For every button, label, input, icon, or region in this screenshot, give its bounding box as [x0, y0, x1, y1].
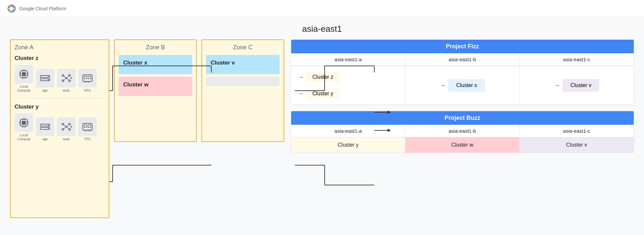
- svg-line-78: [67, 124, 69, 126]
- project-buzz-header: Project Buzz: [291, 111, 634, 125]
- fizz-zone-b: asia-east1-b: [405, 53, 520, 66]
- compute-icon-item: LocalCompute: [15, 65, 33, 93]
- fizz-cluster-v-label: Cluster v: [563, 79, 599, 92]
- cluster-y-label: Cluster y: [15, 104, 105, 110]
- cluster-y-icons: LocalCompute age: [15, 114, 105, 141]
- buzz-zone-a: asia-east1-a: [291, 125, 405, 137]
- svg-point-70: [48, 125, 49, 126]
- cluster-y: Cluster y: [15, 104, 105, 141]
- svg-rect-50: [88, 76, 91, 79]
- main-content: asia-east1: [0, 17, 644, 235]
- fizz-cluster-y-row: → Cluster y: [298, 87, 399, 101]
- gpu-icon-item: GPU: [78, 69, 97, 93]
- network-icon-box: [57, 69, 76, 87]
- tpu-icon-label: TPU: [84, 137, 91, 141]
- tpu-icon: [81, 121, 93, 133]
- fizz-col-c: → Cluster v: [519, 66, 634, 105]
- region-title: asia-east1: [10, 24, 634, 34]
- cpu-y-icon: [18, 117, 30, 129]
- gpu-icon-label: GPU: [84, 89, 91, 93]
- network-y-icon-item: work: [57, 118, 76, 141]
- cluster-z-icons: LocalCompute age: [15, 65, 105, 93]
- zone-a: Zone A Cluster z: [10, 39, 109, 218]
- right-panel: Project Fizz asia-east1-a asia-east1-b a…: [291, 39, 634, 153]
- network-icon-label: work: [63, 89, 70, 93]
- svg-line-77: [64, 124, 66, 126]
- fizz-content: asia-east1-a asia-east1-b asia-east1-c →…: [291, 53, 634, 105]
- network-y-icon-label: work: [63, 137, 70, 141]
- cluster-v: Cluster v: [206, 55, 280, 74]
- compute-y-icon-box: [15, 114, 33, 132]
- fizz-col-b: → Cluster x: [405, 66, 520, 105]
- compute-icon-label: LocalCompute: [17, 85, 31, 93]
- fizz-cluster-x-label: Cluster x: [448, 79, 485, 92]
- buzz-zone-c: asia-east1-c: [519, 125, 634, 137]
- svg-marker-82: [71, 126, 72, 128]
- storage-icon-item: age: [36, 69, 54, 93]
- svg-line-45: [67, 78, 69, 80]
- arrow-to-x: →: [440, 82, 446, 89]
- arrow-z: →: [298, 74, 304, 81]
- svg-line-80: [67, 127, 69, 129]
- arrow-to-v: →: [554, 82, 560, 89]
- svg-line-42: [64, 76, 66, 78]
- svg-rect-55: [22, 121, 26, 125]
- gcp-logo-label: Google Cloud Platform: [19, 6, 66, 11]
- storage-y-icon-item: age: [36, 118, 54, 141]
- fizz-zone-c: asia-east1-c: [519, 53, 634, 66]
- buzz-content: asia-east1-a asia-east1-b asia-east1-c C…: [291, 125, 634, 153]
- network-icon-item: work: [57, 69, 76, 93]
- fizz-zone-a: asia-east1-a: [291, 53, 405, 66]
- storage-icon-label: age: [42, 89, 48, 93]
- cpu-icon: [18, 68, 30, 80]
- svg-point-35: [48, 76, 49, 77]
- fizz-cluster-z-row: → Cluster z: [298, 70, 399, 84]
- cluster-z: Cluster z: [15, 55, 105, 93]
- zone-b: Zone B Cluster x Cluster w: [114, 39, 197, 142]
- svg-line-79: [64, 127, 66, 129]
- buzz-zones-header: asia-east1-a asia-east1-b asia-east1-c: [291, 125, 634, 137]
- fizz-cluster-y-label: Cluster y: [306, 89, 339, 99]
- network-y-icon-box: [57, 118, 76, 136]
- buzz-cluster-v: Cluster v: [519, 137, 634, 153]
- compute-y-icon-label: LocalCompute: [17, 133, 31, 141]
- storage-y-icon-label: age: [42, 137, 48, 141]
- cluster-v2: [206, 77, 280, 86]
- compute-y-icon-item: LocalCompute: [15, 114, 33, 141]
- cluster-x: Cluster x: [119, 55, 192, 74]
- svg-rect-49: [84, 76, 87, 79]
- buzz-zone-b: asia-east1-b: [405, 125, 520, 137]
- left-panel: Zone A Cluster z: [10, 39, 284, 218]
- svg-line-44: [64, 78, 66, 80]
- zone-c: Zone C Cluster v: [201, 39, 284, 142]
- network-icon: [60, 72, 72, 84]
- compute-icon-box: [15, 65, 33, 83]
- cluster-z-label: Cluster z: [15, 55, 105, 62]
- cluster-w: Cluster w: [119, 77, 192, 96]
- svg-rect-20: [22, 72, 26, 76]
- gcp-logo: Google Cloud Platform: [7, 4, 66, 14]
- zone-b-label: Zone B: [119, 44, 192, 51]
- cluster-x-label: Cluster x: [123, 60, 188, 66]
- svg-rect-85: [88, 125, 91, 127]
- fizz-col-a: → Cluster z → Cluster y: [291, 66, 405, 105]
- project-fizz: Project Fizz asia-east1-a asia-east1-b a…: [291, 39, 634, 105]
- cluster-v-label: Cluster v: [211, 60, 275, 66]
- svg-rect-84: [84, 125, 87, 127]
- arrow-y: →: [298, 90, 304, 97]
- storage-icon-box: [36, 69, 54, 87]
- tpu-icon-item: TPU: [78, 118, 97, 141]
- gcp-logo-icon: [7, 4, 17, 14]
- svg-point-71: [48, 128, 49, 129]
- fizz-clusters-content: → Cluster z → Cluster y → Cluster x: [291, 66, 634, 105]
- zone-a-label: Zone A: [15, 44, 105, 51]
- buzz-cluster-y: Cluster y: [291, 137, 405, 153]
- svg-line-43: [67, 76, 69, 78]
- fizz-zones-header: asia-east1-a asia-east1-b asia-east1-c: [291, 53, 634, 66]
- zone-c-label: Zone C: [206, 44, 280, 51]
- svg-marker-47: [71, 77, 72, 79]
- gpu-icon: [81, 72, 93, 84]
- network-y-icon: [60, 121, 72, 133]
- svg-point-36: [48, 79, 49, 80]
- top-bar: Google Cloud Platform: [0, 0, 644, 17]
